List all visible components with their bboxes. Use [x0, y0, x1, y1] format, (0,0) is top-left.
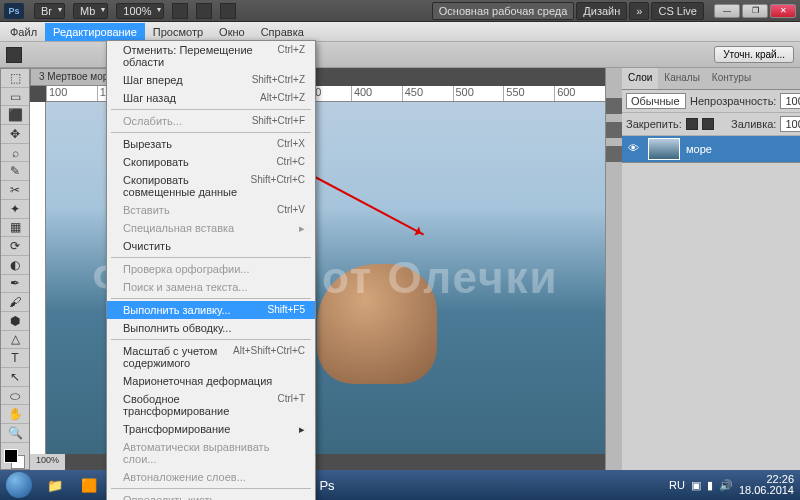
tool-button[interactable]: ↖: [1, 368, 29, 387]
menu-item[interactable]: Выполнить заливку...Shift+F5: [107, 301, 315, 319]
zoom-dropdown[interactable]: 100%: [116, 3, 164, 19]
tray-volume-icon[interactable]: 🔊: [719, 479, 733, 492]
start-button[interactable]: [0, 470, 38, 500]
tool-button[interactable]: ✦: [1, 200, 29, 219]
menu-item[interactable]: ВырезатьCtrl+X: [107, 135, 315, 153]
tool-button[interactable]: ⬢: [1, 312, 29, 331]
menu-item[interactable]: Отменить: Перемещение областиCtrl+Z: [107, 41, 315, 71]
lock-position-icon[interactable]: [702, 118, 714, 130]
lock-label: Закрепить:: [626, 118, 682, 130]
minibridge-dropdown[interactable]: Mb: [73, 3, 108, 19]
tool-button[interactable]: 🔍: [1, 424, 29, 443]
tray-lang[interactable]: RU: [669, 479, 685, 491]
tool-button[interactable]: T: [1, 349, 29, 368]
menu-item[interactable]: СкопироватьCtrl+C: [107, 153, 315, 171]
tool-button[interactable]: ✂: [1, 181, 29, 200]
tray-clock[interactable]: 22:2618.06.2014: [739, 474, 794, 496]
tool-button[interactable]: ▦: [1, 219, 29, 238]
minimize-button[interactable]: —: [714, 4, 740, 18]
menu-item[interactable]: Трансформирование: [107, 420, 315, 438]
task-app-icon[interactable]: 🟧: [74, 473, 104, 497]
menu-item: Поиск и замена текста...: [107, 278, 315, 296]
panel-tab-Каналы[interactable]: Каналы: [658, 68, 706, 89]
edit-menu-dropdown: Отменить: Перемещение областиCtrl+ZШаг в…: [106, 40, 316, 500]
tool-button[interactable]: ⟳: [1, 237, 29, 256]
app-titlebar: Ps Br Mb 100% Основная рабочая среда Диз…: [0, 0, 800, 22]
marquee-tool-icon[interactable]: [6, 47, 22, 63]
menu-Окно[interactable]: Окно: [211, 23, 253, 41]
menu-item[interactable]: Масштаб с учетом содержимогоAlt+Shift+Ct…: [107, 342, 315, 372]
layer-thumbnail[interactable]: [648, 138, 680, 160]
tool-button[interactable]: ▭: [1, 88, 29, 107]
menu-item[interactable]: Выполнить обводку...: [107, 319, 315, 337]
layer-row[interactable]: 👁 море: [622, 136, 800, 163]
task-explorer-icon[interactable]: 📁: [40, 473, 70, 497]
menu-bar: ФайлРедактированиеПросмотрОкноСправка: [0, 22, 800, 42]
panel-tab-Контуры[interactable]: Контуры: [706, 68, 757, 89]
panel-tab-Слои[interactable]: Слои: [622, 68, 658, 89]
tool-button[interactable]: ⬛: [1, 106, 29, 125]
menu-item: Определить кисть...: [107, 491, 315, 500]
bridge-dropdown[interactable]: Br: [34, 3, 65, 19]
collapsed-panel-column: [605, 68, 622, 470]
menu-Редактирование[interactable]: Редактирование: [45, 23, 145, 41]
tray-network-icon[interactable]: ▮: [707, 479, 713, 492]
blend-mode-select[interactable]: Обычные: [626, 93, 686, 109]
workspace-essentials-button[interactable]: Основная рабочая среда: [432, 2, 575, 20]
canvas-status-zoom: 100%: [30, 454, 65, 470]
menu-Файл[interactable]: Файл: [2, 23, 45, 41]
menu-item[interactable]: Очистить: [107, 237, 315, 255]
refine-edge-button[interactable]: Уточн. край...: [714, 46, 794, 63]
menu-item: Автоналожение слоев...: [107, 468, 315, 486]
tool-button[interactable]: ✥: [1, 125, 29, 144]
opacity-value[interactable]: 100%: [780, 93, 800, 109]
arrange-icon[interactable]: [196, 3, 212, 19]
tool-button[interactable]: ✒: [1, 275, 29, 294]
opacity-label: Непрозрачность:: [690, 95, 776, 107]
character-icon[interactable]: [606, 122, 622, 138]
menu-item: Проверка орфографии...: [107, 260, 315, 278]
menu-item[interactable]: Скопировать совмещенные данныеShift+Ctrl…: [107, 171, 315, 201]
maximize-button[interactable]: ❐: [742, 4, 768, 18]
system-tray: RU ▣ ▮ 🔊 22:2618.06.2014: [669, 474, 800, 496]
paragraph-icon[interactable]: [606, 146, 622, 162]
tool-button[interactable]: ✎: [1, 162, 29, 181]
tool-button[interactable]: ⌕: [1, 144, 29, 163]
task-photoshop-icon[interactable]: Ps: [312, 473, 342, 497]
menu-item[interactable]: Шаг назадAlt+Ctrl+Z: [107, 89, 315, 107]
cslive-button[interactable]: CS Live: [651, 2, 704, 20]
menu-Справка[interactable]: Справка: [253, 23, 312, 41]
layer-name[interactable]: море: [686, 143, 712, 155]
tray-flag-icon[interactable]: ▣: [691, 479, 701, 492]
workspace-more-button[interactable]: »: [629, 2, 649, 20]
panel-tabs: СлоиКаналыКонтуры: [622, 68, 800, 90]
photoshop-logo-icon: Ps: [4, 3, 24, 19]
screenmode-icon[interactable]: [220, 3, 236, 19]
menu-item: Ослабить...Shift+Ctrl+F: [107, 112, 315, 130]
tool-button[interactable]: ◐: [1, 256, 29, 275]
tool-button[interactable]: 🖌: [1, 293, 29, 312]
menu-Просмотр[interactable]: Просмотр: [145, 23, 211, 41]
panels: СлоиКаналыКонтуры Обычные Непрозрачность…: [605, 68, 800, 470]
menu-item: ВставитьCtrl+V: [107, 201, 315, 219]
tool-button[interactable]: △: [1, 331, 29, 350]
windows-orb-icon: [6, 472, 32, 498]
visibility-eye-icon[interactable]: 👁: [628, 142, 642, 156]
toolbox: ⬚▭⬛✥⌕✎✂✦▦⟳◐✒🖌⬢△T↖⬭✋🔍: [0, 68, 30, 470]
fill-value[interactable]: 100%: [780, 116, 800, 132]
menu-item: Автоматически выравнивать слои...: [107, 438, 315, 468]
tool-button[interactable]: ✋: [1, 405, 29, 424]
fill-label: Заливка:: [731, 118, 776, 130]
fg-color-swatch[interactable]: [4, 449, 18, 463]
close-button[interactable]: ✕: [770, 4, 796, 18]
menu-item[interactable]: Марионеточная деформация: [107, 372, 315, 390]
menu-item: Специальная вставка: [107, 219, 315, 237]
lock-pixels-icon[interactable]: [686, 118, 698, 130]
menu-item[interactable]: Свободное трансформированиеCtrl+T: [107, 390, 315, 420]
history-icon[interactable]: [606, 98, 622, 114]
tool-button[interactable]: ⬭: [1, 387, 29, 406]
workspace-design-button[interactable]: Дизайн: [576, 2, 627, 20]
menu-item[interactable]: Шаг впередShift+Ctrl+Z: [107, 71, 315, 89]
tool-button[interactable]: ⬚: [1, 69, 29, 88]
hand-icon[interactable]: [172, 3, 188, 19]
